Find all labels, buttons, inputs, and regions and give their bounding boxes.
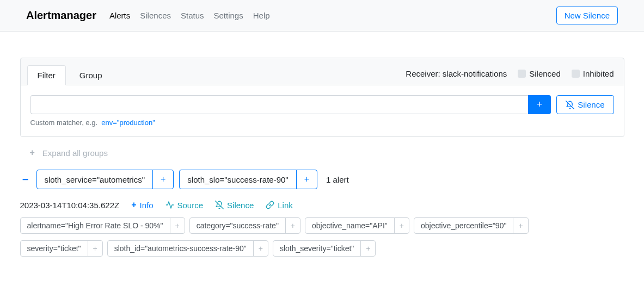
bell-off-icon — [215, 201, 224, 209]
link-link[interactable]: Link — [266, 201, 293, 210]
group-label-add-button[interactable]: + — [296, 170, 317, 189]
receiver-label: Receiver: slack-notifications — [406, 69, 507, 78]
label-add-button[interactable]: + — [394, 218, 409, 233]
chart-icon — [165, 201, 174, 209]
filter-silence-button[interactable]: Silence — [556, 95, 614, 114]
label-add-button[interactable]: + — [285, 218, 300, 233]
alert-count: 1 alert — [326, 175, 349, 184]
inhibited-checkbox[interactable]: Inhibited — [572, 69, 614, 78]
group-label: sloth_slo="success-rate-90" + — [179, 170, 317, 189]
checkbox-icon — [572, 70, 580, 78]
alert-label: severity="ticket" + — [20, 240, 103, 257]
nav-silences[interactable]: Silences — [140, 11, 171, 20]
label-add-button[interactable]: + — [170, 218, 185, 233]
nav-help[interactable]: Help — [253, 11, 270, 20]
alert-label: objective_percentile="90" + — [414, 217, 529, 234]
filter-hint: Custom matcher, e.g. env="production" — [30, 119, 614, 127]
plus-icon: + — [30, 148, 35, 158]
label-add-button[interactable]: + — [360, 241, 375, 256]
source-link[interactable]: Source — [165, 201, 204, 210]
bell-off-icon — [566, 101, 574, 109]
nav-links: Alerts Silences Status Settings Help — [109, 11, 270, 20]
group-label-text: sloth_service="autometrics" — [37, 170, 152, 189]
alert-label: category="success-rate" + — [189, 217, 300, 234]
tab-group[interactable]: Group — [69, 65, 113, 85]
collapse-icon[interactable]: − — [20, 173, 31, 186]
brand-title: Alertmanager — [26, 9, 96, 22]
new-silence-button[interactable]: New Silence — [556, 7, 618, 24]
group-label: sloth_service="autometrics" + — [36, 170, 174, 189]
filter-card: Filter Group Receiver: slack-notificatio… — [20, 58, 624, 137]
silence-link[interactable]: Silence — [215, 201, 254, 210]
label-add-button[interactable]: + — [253, 241, 268, 256]
nav-alerts[interactable]: Alerts — [109, 11, 130, 20]
alert-label: sloth_id="autometrics-success-rate-90" + — [107, 240, 268, 257]
alert-label: objective_name="API" + — [305, 217, 409, 234]
svg-line-1 — [216, 201, 224, 209]
alert-label: alertname="High Error Rate SLO - 90%" + — [20, 217, 185, 234]
svg-line-0 — [566, 101, 574, 109]
expand-all-groups[interactable]: + Expand all groups — [20, 137, 624, 163]
filter-hint-example[interactable]: env="production" — [101, 119, 155, 127]
alert-group-row: − sloth_service="autometrics" + sloth_sl… — [20, 163, 624, 192]
group-label-add-button[interactable]: + — [152, 170, 173, 189]
silenced-checkbox[interactable]: Silenced — [518, 69, 561, 78]
alert-detail: 2023-03-14T10:04:35.622Z + Info Source S… — [20, 192, 624, 260]
nav-status[interactable]: Status — [181, 11, 204, 20]
alert-label: sloth_severity="ticket" + — [273, 240, 376, 257]
link-icon — [266, 201, 274, 209]
tab-filter[interactable]: Filter — [27, 65, 66, 85]
top-navbar: Alertmanager Alerts Silences Status Sett… — [0, 0, 644, 32]
info-button[interactable]: + Info — [131, 200, 153, 210]
checkbox-icon — [518, 70, 526, 78]
add-filter-button[interactable]: + — [528, 95, 551, 114]
plus-icon: + — [131, 200, 136, 210]
group-label-text: sloth_slo="success-rate-90" — [180, 170, 296, 189]
label-add-button[interactable]: + — [513, 218, 528, 233]
filter-input[interactable] — [30, 95, 528, 114]
label-add-button[interactable]: + — [88, 241, 102, 256]
alert-timestamp: 2023-03-14T10:04:35.622Z — [20, 201, 120, 210]
nav-settings[interactable]: Settings — [214, 11, 243, 20]
